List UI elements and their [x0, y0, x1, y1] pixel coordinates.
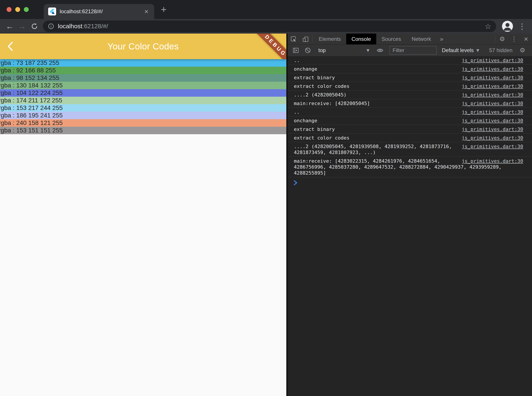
color-row: rgba : 73 187 235 255 [0, 59, 286, 67]
tab-close-icon[interactable]: × [143, 8, 150, 15]
console-prompt[interactable] [288, 177, 532, 186]
context-selector[interactable]: top ▼ [316, 47, 372, 53]
browser-menu-icon[interactable]: ⋮ [516, 23, 528, 30]
console-source-link[interactable]: js_primitives.dart:30 [462, 135, 523, 141]
app-header: Your Color Codes DEBUG [0, 34, 286, 59]
console-source-link[interactable]: js_primitives.dart:30 [462, 144, 523, 149]
color-row: rgba : 153 217 244 255 [0, 104, 286, 112]
color-row: rgba : 104 122 224 255 [0, 89, 286, 97]
reload-button[interactable] [28, 23, 41, 30]
color-row-label: rgba : 153 217 244 255 [0, 105, 63, 111]
app-empty-area [0, 134, 286, 396]
app-title: Your Color Codes [108, 41, 179, 52]
window-controls [0, 7, 35, 12]
console-source-link[interactable]: js_primitives.dart:30 [462, 83, 523, 89]
content-area: Your Color Codes DEBUG rgba : 73 187 235… [0, 34, 532, 396]
console-source-link[interactable]: js_primitives.dart:30 [462, 109, 523, 115]
devtools-menu-icon[interactable]: ⋮ [508, 34, 520, 44]
devtools-tab[interactable]: Console [346, 34, 376, 44]
console-message-text: main:receive: [4282005045] [294, 101, 370, 106]
devtools-tabbar: Elements Console Sources Network » ⚙ ⋮ × [288, 34, 532, 45]
console-message: js_primitives.dart:30 onchange [288, 65, 532, 73]
separator [495, 35, 495, 42]
bookmark-star-icon[interactable]: ☆ [485, 23, 491, 30]
color-row-label: rgba : 92 166 88 255 [0, 67, 56, 74]
color-row: rgba : 186 195 241 255 [0, 112, 286, 119]
separator [312, 35, 313, 42]
hidden-messages-count: 57 hidden [485, 47, 516, 53]
console-message-text: ....2 (4282005045) [294, 92, 346, 98]
tab-strip: localhost:62128/#/ × + [0, 0, 532, 19]
more-tabs-icon[interactable]: » [436, 34, 447, 44]
color-row-label: rgba : 186 195 241 255 [0, 112, 63, 119]
live-expression-eye-icon[interactable] [374, 47, 386, 54]
debug-banner: DEBUG [248, 34, 286, 59]
console-message: js_primitives.dart:30 onchange [288, 116, 532, 125]
app-back-button[interactable] [7, 41, 13, 52]
forward-button[interactable]: → [16, 22, 28, 30]
flutter-app: Your Color Codes DEBUG rgba : 73 187 235… [0, 34, 286, 396]
url-path: :62128/#/ [83, 23, 108, 29]
console-source-link[interactable]: js_primitives.dart:30 [462, 75, 523, 81]
console-message: js_primitives.dart:30 main:receive: [428… [288, 99, 532, 108]
console-message-text: .. [294, 58, 300, 63]
site-info-icon[interactable] [48, 23, 54, 29]
profile-avatar[interactable] [502, 21, 513, 32]
console-settings-icon[interactable]: ⚙ [517, 47, 528, 54]
console-source-link[interactable]: js_primitives.dart:30 [462, 118, 523, 124]
console-message: js_primitives.dart:30 .. [288, 108, 532, 116]
browser-tab[interactable]: localhost:62128/#/ × [44, 4, 154, 19]
devtools-settings-icon[interactable]: ⚙ [496, 34, 508, 44]
console-source-link[interactable]: js_primitives.dart:30 [462, 126, 523, 132]
console-source-link[interactable]: js_primitives.dart:30 [462, 158, 523, 164]
url-host: localhost [58, 23, 83, 29]
console-message-text: onchange [294, 66, 317, 72]
log-levels-value: Default levels [442, 47, 474, 53]
inspect-element-icon[interactable] [288, 34, 300, 44]
devtools-close-icon[interactable]: × [520, 34, 532, 44]
console-source-link[interactable]: js_primitives.dart:30 [462, 66, 523, 72]
devtools-tab[interactable]: Network [406, 34, 436, 44]
devtools-tabs: Elements Console Sources Network [313, 34, 436, 44]
color-row-label: rgba : 98 152 134 255 [0, 74, 59, 82]
color-row-label: rgba : 153 151 151 255 [0, 127, 63, 134]
console-message-list: js_primitives.dart:30 .. js_primitives.d… [288, 56, 532, 177]
back-button[interactable]: ← [4, 22, 16, 30]
color-row: rgba : 92 166 88 255 [0, 67, 286, 74]
console-filter-input[interactable] [390, 46, 437, 54]
devtools-panel: Elements Console Sources Network » ⚙ ⋮ × [288, 34, 532, 396]
chevron-down-icon: ▼ [366, 48, 369, 52]
console-message-text: extract binary [294, 127, 335, 132]
console-message-text: .. [294, 109, 300, 115]
devtools-tab[interactable]: Sources [376, 34, 406, 44]
console-source-link[interactable]: js_primitives.dart:30 [462, 57, 523, 63]
tab-title: localhost:62128/#/ [60, 8, 143, 15]
color-row-label: rgba : 240 158 121 255 [0, 119, 63, 127]
console-source-link[interactable]: js_primitives.dart:30 [462, 100, 523, 106]
url-text: localhost:62128/#/ [58, 23, 108, 30]
maximize-window-button[interactable] [24, 7, 29, 12]
spacer [447, 34, 494, 44]
console-message: js_primitives.dart:30 .. [288, 56, 532, 65]
minimize-window-button[interactable] [15, 7, 20, 12]
browser-toolbar: ← → localhost:62128/#/ ☆ [0, 19, 532, 34]
console-source-link[interactable]: js_primitives.dart:30 [462, 92, 523, 98]
console-toolbar: top ▼ Default levels ▼ 57 hidden [288, 45, 532, 56]
clear-console-icon[interactable] [302, 47, 314, 54]
devtools-tab[interactable]: Elements [313, 34, 346, 44]
new-tab-button[interactable]: + [161, 5, 167, 14]
console-sidebar-toggle-icon[interactable] [290, 47, 302, 54]
console-message-text: extract binary [294, 75, 335, 80]
context-selector-value: top [318, 47, 326, 53]
console-message: js_primitives.dart:30 extract binary [288, 125, 532, 134]
address-bar[interactable]: localhost:62128/#/ ☆ [43, 21, 496, 32]
console-message: js_primitives.dart:30 extract color code… [288, 134, 532, 142]
console-message: js_primitives.dart:30 extract color code… [288, 82, 532, 91]
color-row: rgba : 153 151 151 255 [0, 127, 286, 134]
device-toolbar-icon[interactable] [300, 34, 312, 44]
color-row-label: rgba : 73 187 235 255 [0, 59, 59, 66]
prompt-chevron-icon [293, 180, 298, 186]
console-message: js_primitives.dart:30 ....2 (4282005045,… [288, 142, 532, 157]
close-window-button[interactable] [7, 7, 12, 12]
log-levels-dropdown[interactable]: Default levels ▼ [438, 47, 483, 53]
